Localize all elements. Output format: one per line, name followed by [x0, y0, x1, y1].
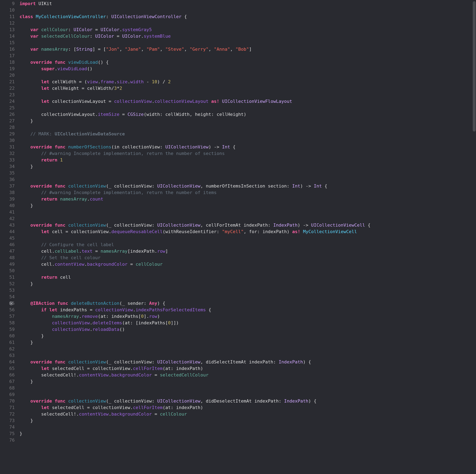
line-number: 29	[0, 131, 18, 137]
line-number: 64	[0, 359, 18, 365]
line-number: 46	[0, 242, 18, 248]
line-number: 45	[0, 235, 18, 242]
line-number: 9	[0, 0, 18, 7]
code-line[interactable]: let cell = collectionView.dequeueReusabl…	[19, 229, 476, 235]
code-editor[interactable]: 9101112131415161718192021222324252627282…	[0, 0, 476, 474]
code-line[interactable]	[19, 39, 476, 46]
line-number: 74	[0, 424, 18, 430]
line-number: 60	[0, 333, 18, 339]
code-line[interactable]: return cell	[19, 274, 476, 280]
code-line[interactable]	[19, 209, 476, 215]
line-number: 50	[0, 268, 18, 274]
line-number: 71	[0, 404, 18, 411]
code-line[interactable]: var selectedCellColour: UIColor = UIColo…	[19, 33, 476, 39]
code-line[interactable]: }	[19, 339, 476, 346]
breakpoint-icon[interactable]	[9, 302, 13, 305]
code-line[interactable]: if let indexPaths = collectionView.index…	[19, 307, 476, 313]
code-line[interactable]: // Configure the cell label	[19, 242, 476, 248]
code-line[interactable]	[19, 352, 476, 359]
code-line[interactable]: override func collectionView(_ collectio…	[19, 222, 476, 229]
code-line[interactable]: override func viewDidLoad() {	[19, 59, 476, 65]
code-line[interactable]: }	[19, 378, 476, 385]
code-line[interactable]: let cellHeight = cellWidth/3*2	[19, 85, 476, 92]
line-number: 75	[0, 430, 18, 437]
code-area[interactable]: import UIKit class MyCollectionViewContr…	[18, 0, 476, 474]
code-line[interactable]: }	[19, 118, 476, 124]
line-number: 65	[0, 365, 18, 372]
code-line[interactable]: cell.contentView.backgroundColor = cellC…	[19, 261, 476, 268]
line-number: 25	[0, 105, 18, 111]
code-line[interactable]: // #warning Incomplete implementation, r…	[19, 189, 476, 196]
line-number: 63	[0, 352, 18, 359]
code-line[interactable]: selectedCell!.contentView.backgroundColo…	[19, 372, 476, 378]
code-line[interactable]: class MyCollectionViewController: UIColl…	[19, 14, 476, 20]
code-line[interactable]	[19, 385, 476, 391]
code-line[interactable]: // Set the cell colour	[19, 255, 476, 261]
code-line[interactable]: let collectionViewLayout = collectionVie…	[19, 98, 476, 105]
code-line[interactable]: namesArray.remove(at: indexPaths[0].row)	[19, 313, 476, 320]
code-line[interactable]: }	[19, 333, 476, 339]
code-line[interactable]: }	[19, 202, 476, 209]
code-line[interactable]	[19, 72, 476, 79]
code-line[interactable]	[19, 268, 476, 274]
line-number: 23	[0, 92, 18, 98]
code-line[interactable]	[19, 124, 476, 131]
line-number: 62	[0, 346, 18, 352]
code-line[interactable]: let cellWidth = (view.frame.size.width -…	[19, 79, 476, 85]
line-number: 12	[0, 20, 18, 26]
code-line[interactable]	[19, 176, 476, 183]
code-line[interactable]	[19, 287, 476, 294]
code-line[interactable]: collectionView.deleteItems(at: [indexPat…	[19, 320, 476, 326]
line-number: 30	[0, 137, 18, 144]
vertical-scrollbar[interactable]	[473, 1, 476, 131]
code-line[interactable]	[19, 294, 476, 300]
code-line[interactable]: collectionView.reloadData()	[19, 326, 476, 333]
code-line[interactable]: var cellColour: UIColor = UIColor.system…	[19, 26, 476, 33]
code-line[interactable]: cell.cellLabel.text = namesArray[indexPa…	[19, 248, 476, 255]
code-line[interactable]	[19, 137, 476, 144]
code-line[interactable]	[19, 437, 476, 443]
code-line[interactable]: var namesArray: [String] = ["Jon", "Jane…	[19, 46, 476, 52]
code-line[interactable]	[19, 52, 476, 59]
line-number: 34	[0, 163, 18, 170]
code-line[interactable]: // #warning Incomplete implementation, r…	[19, 150, 476, 157]
line-number: 11	[0, 14, 18, 20]
code-line[interactable]: let selectedCell = collectionView.cellFo…	[19, 365, 476, 372]
code-line[interactable]: collectionViewLayout.itemSize = CGSize(w…	[19, 111, 476, 118]
line-number: 18	[0, 59, 18, 65]
code-line[interactable]	[19, 424, 476, 430]
line-number: 55	[0, 300, 18, 307]
code-line[interactable]: let selectedCell = collectionView.cellFo…	[19, 404, 476, 411]
code-line[interactable]	[19, 105, 476, 111]
code-line[interactable]	[19, 170, 476, 176]
code-line[interactable]: override func numberOfSections(in collec…	[19, 144, 476, 150]
code-line[interactable]	[19, 20, 476, 26]
code-line[interactable]: // MARK: UICollectionViewDataSource	[19, 131, 476, 137]
code-line[interactable]: import UIKit	[19, 0, 476, 7]
code-line[interactable]: @IBAction func deleteButtonAction(_ send…	[19, 300, 476, 307]
code-line[interactable]	[19, 92, 476, 98]
code-line[interactable]: override func collectionView(_ collectio…	[19, 398, 476, 404]
line-number: 22	[0, 85, 18, 92]
code-line[interactable]: return 1	[19, 157, 476, 163]
code-line[interactable]: }	[19, 280, 476, 287]
code-line[interactable]: override func collectionView(_ collectio…	[19, 183, 476, 189]
line-number: 20	[0, 72, 18, 79]
line-number: 70	[0, 398, 18, 404]
code-line[interactable]	[19, 346, 476, 352]
line-number: 54	[0, 294, 18, 300]
code-line[interactable]: return namesArray.count	[19, 196, 476, 202]
code-line[interactable]: super.viewDidLoad()	[19, 65, 476, 72]
code-line[interactable]	[19, 7, 476, 14]
code-line[interactable]: }	[19, 417, 476, 424]
code-line[interactable]	[19, 235, 476, 242]
line-number-gutter: 9101112131415161718192021222324252627282…	[0, 0, 18, 474]
code-line[interactable]	[19, 391, 476, 398]
code-line[interactable]: }	[19, 163, 476, 170]
code-line[interactable]: override func collectionView(_ collectio…	[19, 359, 476, 365]
line-number: 61	[0, 339, 18, 346]
line-number: 53	[0, 287, 18, 294]
code-line[interactable]: }	[19, 430, 476, 437]
code-line[interactable]: selectedCell!.contentView.backgroundColo…	[19, 411, 476, 417]
code-line[interactable]	[19, 215, 476, 222]
